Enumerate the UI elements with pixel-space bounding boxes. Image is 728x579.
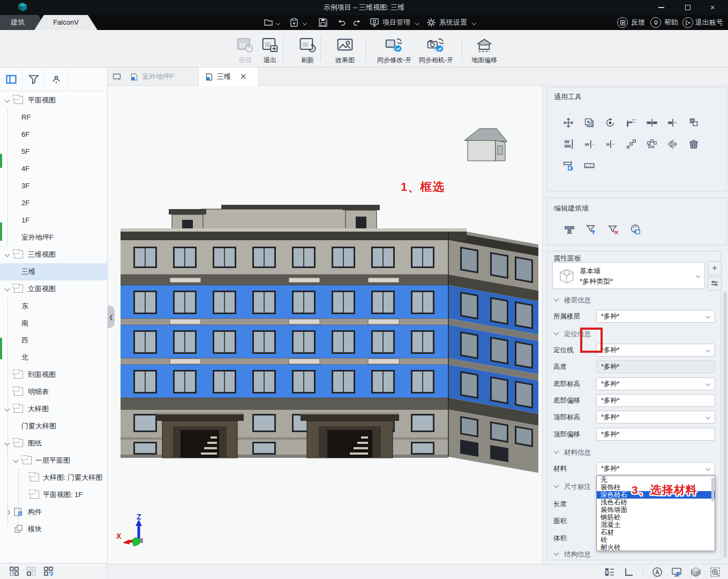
exit-button[interactable]: 退出: [253, 34, 287, 65]
field-height-input[interactable]: *多种*: [596, 360, 715, 373]
delete-icon[interactable]: [687, 137, 701, 151]
tab-list-icon[interactable]: [112, 72, 122, 81]
panel-toggle-icon[interactable]: [0, 68, 22, 91]
material-option[interactable]: 耐火砖: [597, 544, 715, 551]
section-floor-info[interactable]: 楼层信息: [554, 296, 591, 305]
close-tab-icon[interactable]: ✕: [240, 72, 247, 81]
tree-item-sheets[interactable]: 图纸: [0, 435, 107, 452]
filter-icon[interactable]: [22, 68, 45, 91]
tree-item-first-floor-sheet[interactable]: 一层平面图: [0, 452, 107, 469]
tree-item-detail-views[interactable]: 大样图: [0, 400, 107, 418]
tree-item-plan-views[interactable]: 平面视图: [0, 92, 107, 109]
array-linear-icon[interactable]: [624, 137, 638, 151]
tree-item-components[interactable]: 构件: [0, 503, 107, 521]
move-icon[interactable]: [561, 116, 575, 130]
tree-item-5f[interactable]: 5F: [0, 143, 107, 160]
align-left-icon[interactable]: [582, 137, 596, 151]
tree-item-3d-views[interactable]: 三维视图: [0, 246, 107, 263]
wall-profile-icon[interactable]: [562, 222, 576, 236]
close-button[interactable]: ×: [704, 0, 721, 15]
tree-item-4f[interactable]: 4F: [0, 160, 107, 177]
split-center-icon[interactable]: [645, 116, 659, 130]
material-option[interactable]: 石材: [597, 529, 715, 536]
feedback-icon[interactable]: [617, 17, 628, 28]
tree-item-2f[interactable]: 2F: [0, 195, 107, 212]
section-structure-info[interactable]: 结构信息: [554, 550, 591, 559]
help-label[interactable]: 帮助: [664, 15, 678, 30]
save-icon[interactable]: [318, 18, 328, 27]
tree-item-north[interactable]: 北: [0, 349, 107, 366]
field-locline-select[interactable]: *多种*: [596, 344, 715, 357]
measure-icon[interactable]: [582, 159, 596, 173]
panel-collapse-handle[interactable]: ❮: [108, 306, 115, 328]
render-image-button[interactable]: 效果图: [328, 34, 362, 65]
doc-tab-site-plan[interactable]: 室外地坪F: [124, 68, 199, 86]
doc-tab-3d-active[interactable]: 三维 ✕: [199, 68, 259, 86]
tree-item-west[interactable]: 西: [0, 332, 107, 349]
corner-angle-icon[interactable]: [624, 567, 634, 577]
logout-icon[interactable]: [682, 17, 693, 28]
locate-icon[interactable]: [45, 68, 67, 91]
grid-restore-icon[interactable]: [43, 566, 55, 577]
field-bottom-level-select[interactable]: *多种*: [596, 377, 715, 390]
project-management-menu[interactable]: 项目管理: [382, 15, 410, 30]
clipboard-paste-caret-icon[interactable]: [303, 21, 307, 25]
system-settings-caret-icon[interactable]: [472, 21, 476, 25]
material-paint-icon[interactable]: [628, 222, 642, 236]
ribbon-tab-falconv[interactable]: FalconV: [34, 15, 97, 30]
feedback-label[interactable]: 反馈: [631, 15, 645, 30]
shaded-cube-icon[interactable]: [691, 567, 701, 577]
filter-select-icon[interactable]: [584, 222, 598, 236]
system-settings-menu[interactable]: 系统设置: [439, 15, 467, 30]
rotate-icon[interactable]: [603, 116, 617, 130]
auto-a-icon[interactable]: [652, 567, 663, 577]
tree-item-rf[interactable]: RF: [0, 109, 107, 126]
tree-item-schedules[interactable]: 明细表: [0, 383, 107, 400]
align-bottom-icon[interactable]: [561, 137, 575, 151]
grid-plain-icon[interactable]: [26, 566, 37, 577]
dropdown-scrollbar[interactable]: [711, 478, 714, 501]
tree-item-sheet-detail[interactable]: 大样图: 门窗大样图: [0, 469, 107, 486]
mirror-icon[interactable]: [666, 137, 680, 151]
copy-icon[interactable]: [582, 116, 596, 130]
section-dimension-info[interactable]: 尺寸标注: [554, 482, 591, 492]
add-type-button[interactable]: +: [708, 261, 722, 275]
material-option[interactable]: 混凝土: [597, 521, 715, 529]
field-top-offset-input[interactable]: *多种*: [596, 428, 715, 441]
type-settings-button[interactable]: [708, 277, 722, 291]
tree-item-1f[interactable]: 1F: [0, 212, 107, 229]
sync-camera-toggle[interactable]: 同步相机-开: [416, 34, 456, 65]
tree-item-east[interactable]: 东: [0, 298, 107, 315]
gear-icon[interactable]: [426, 18, 436, 27]
open-folder-caret-icon[interactable]: [276, 21, 280, 25]
undo-icon[interactable]: [336, 18, 346, 27]
building-model[interactable]: [121, 205, 538, 473]
type-selector[interactable]: 基本墙 *多种类型*: [552, 262, 705, 289]
3d-viewport[interactable]: 1、框选 Z X ❮: [108, 86, 542, 564]
maximize-button[interactable]: [680, 0, 696, 15]
help-icon[interactable]: [650, 17, 661, 28]
array-radial-icon[interactable]: [645, 137, 659, 151]
sync-edit-toggle[interactable]: 同步修改-开: [374, 34, 415, 65]
open-folder-icon[interactable]: [264, 18, 273, 27]
field-material-select[interactable]: *多种*: [596, 462, 715, 475]
logout-label[interactable]: 退出账号: [695, 15, 723, 30]
project-management-caret-icon[interactable]: [416, 21, 419, 25]
split-element-icon[interactable]: [666, 116, 680, 130]
align-center-icon[interactable]: [603, 137, 617, 151]
ground-offset-button[interactable]: 地面偏移: [467, 34, 501, 65]
tree-item-section-views[interactable]: 剖面视图: [0, 366, 107, 383]
tree-item-6f[interactable]: 6F: [0, 126, 107, 143]
minimize-button[interactable]: [653, 0, 669, 15]
material-option[interactable]: 钢筋砼: [597, 514, 715, 521]
refresh-button[interactable]: 刷新: [290, 34, 325, 65]
tree-item-3d-selected[interactable]: 三维: [0, 263, 107, 280]
filter-clear-icon[interactable]: [606, 222, 620, 236]
detail-list-icon[interactable]: [604, 567, 615, 577]
clipboard-paste-icon[interactable]: [289, 18, 299, 27]
trim-extend-icon[interactable]: [624, 116, 638, 130]
reference-house-model[interactable]: [463, 124, 508, 163]
panel-scrollbar[interactable]: [723, 292, 727, 558]
tree-item-site-plan[interactable]: 室外地坪F: [0, 229, 107, 246]
redo-icon[interactable]: [352, 18, 362, 27]
